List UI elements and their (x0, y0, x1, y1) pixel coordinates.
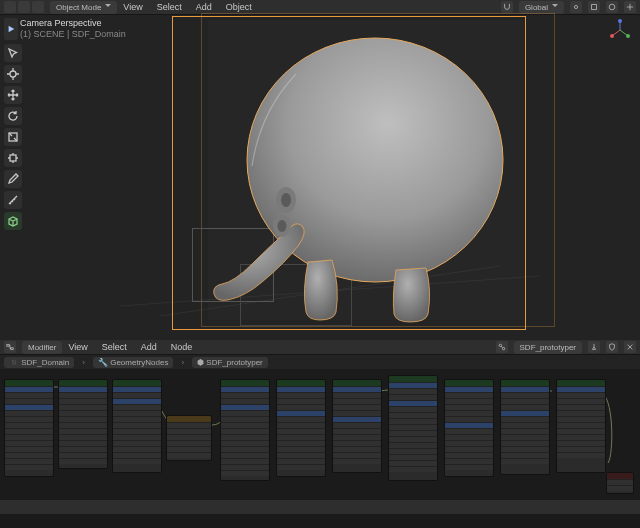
magnet-icon[interactable] (501, 1, 513, 13)
node[interactable] (556, 379, 606, 473)
orientation-label: Global (525, 3, 548, 12)
mode-label: Object Mode (56, 3, 101, 12)
menu-object[interactable]: Object (226, 2, 252, 12)
node-editor-header: Modifier View Select Add Node SDF_protot… (0, 340, 640, 355)
bottom-bar (0, 500, 640, 514)
node[interactable] (58, 379, 108, 469)
scene-path-label: (1) SCENE | SDF_Domain (20, 29, 126, 40)
nmenu-add[interactable]: Add (141, 342, 157, 352)
svg-rect-5 (10, 155, 16, 161)
toggle-a[interactable] (18, 1, 30, 13)
toggle-b[interactable] (32, 1, 44, 13)
pivot-icon[interactable] (570, 1, 582, 13)
svg-point-0 (574, 5, 577, 8)
mode-dropdown[interactable]: Object Mode (50, 1, 117, 14)
x-icon[interactable] (624, 341, 636, 353)
node[interactable] (500, 379, 550, 475)
svg-rect-20 (11, 348, 13, 350)
viewport-3d[interactable]: Object Mode View Select Add Object Globa… (0, 0, 640, 340)
editor-type-selector[interactable] (4, 1, 16, 13)
breadcrumb-group[interactable]: ⬢ SDF_prototyper (192, 357, 268, 368)
node-canvas[interactable] (0, 369, 640, 500)
snap-icon[interactable] (588, 1, 600, 13)
svg-point-2 (609, 4, 615, 10)
nmenu-view[interactable]: View (68, 342, 87, 352)
proportional-icon[interactable] (606, 1, 618, 13)
svg-rect-1 (592, 5, 597, 10)
node[interactable] (276, 379, 326, 477)
breadcrumb: ◾ SDF_Domain 🔧 GeometryNodes ⬢ SDF_proto… (0, 355, 640, 369)
pin-icon[interactable] (588, 341, 600, 353)
select-tool[interactable] (4, 44, 22, 62)
nodegroup-field[interactable]: SDF_prototyper (514, 341, 582, 354)
shield-icon[interactable] (606, 341, 618, 353)
options-icon[interactable] (624, 1, 636, 13)
mesh-preview (200, 30, 520, 340)
svg-rect-19 (7, 345, 9, 347)
modifier-mode-pill[interactable]: Modifier (22, 341, 62, 354)
node-small[interactable] (166, 415, 212, 461)
scale-tool[interactable] (4, 128, 22, 146)
svg-point-10 (618, 19, 622, 23)
svg-point-18 (278, 220, 287, 232)
nav-gizmo[interactable] (608, 18, 632, 42)
node-editor[interactable]: Modifier View Select Add Node SDF_protot… (0, 340, 640, 500)
node[interactable] (4, 379, 54, 477)
node[interactable] (444, 379, 494, 477)
camera-perspective-label: Camera Perspective (20, 18, 126, 29)
node[interactable] (332, 379, 382, 473)
viewport-overlay-text: Camera Perspective (1) SCENE | SDF_Domai… (20, 18, 126, 40)
breadcrumb-object[interactable]: ◾ SDF_Domain (4, 357, 74, 368)
rotate-tool[interactable] (4, 107, 22, 125)
cursor-tool[interactable] (4, 65, 22, 83)
breadcrumb-modifier[interactable]: 🔧 GeometryNodes (93, 357, 173, 368)
menu-view[interactable]: View (123, 2, 142, 12)
nmenu-node[interactable]: Node (171, 342, 193, 352)
tool-bar (4, 44, 22, 230)
add-cube-tool[interactable] (4, 212, 22, 230)
menu-select[interactable]: Select (157, 2, 182, 12)
svg-point-16 (281, 193, 291, 207)
svg-point-9 (610, 34, 614, 38)
node[interactable] (388, 375, 438, 481)
move-tool[interactable] (4, 86, 22, 104)
orientation-dropdown[interactable]: Global (519, 1, 564, 14)
transform-tool[interactable] (4, 149, 22, 167)
svg-point-3 (10, 71, 16, 77)
output-node[interactable] (606, 472, 634, 494)
node[interactable] (220, 379, 270, 481)
node[interactable] (112, 379, 162, 473)
menu-add[interactable]: Add (196, 2, 212, 12)
play-button[interactable] (4, 18, 18, 40)
nodes-icon[interactable] (496, 341, 508, 353)
svg-point-11 (626, 34, 630, 38)
annotate-tool[interactable] (4, 170, 22, 188)
measure-tool[interactable] (4, 191, 22, 209)
editor-type-icon[interactable] (4, 341, 16, 353)
nmenu-select[interactable]: Select (102, 342, 127, 352)
